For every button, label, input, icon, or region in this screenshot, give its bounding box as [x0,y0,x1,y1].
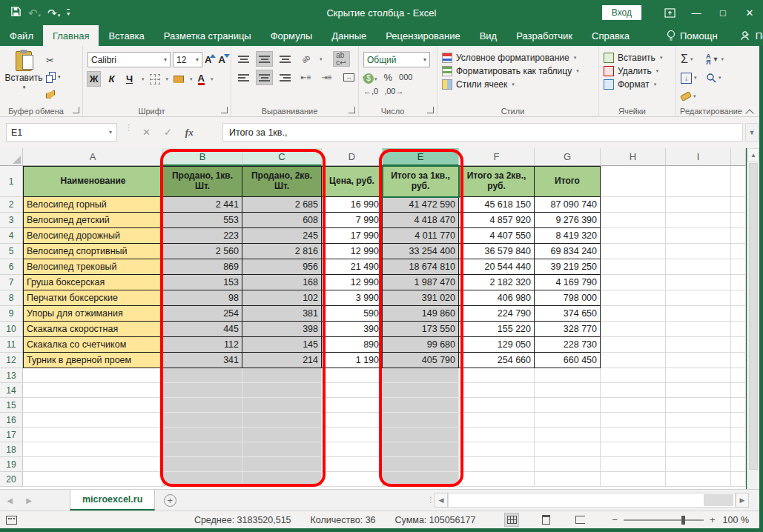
vertical-scrollbar[interactable]: ▲ [747,148,759,489]
cell-F17[interactable] [459,428,535,442]
cell-F19[interactable] [459,457,535,472]
cell-B10[interactable]: 445 [163,322,242,337]
tab-scrollbar-splitter[interactable]: ⋮ [427,490,435,511]
cell-C13[interactable] [242,368,322,383]
cell-B8[interactable]: 98 [163,290,242,306]
close-button[interactable]: ✕ [736,0,763,25]
cell-A14[interactable] [23,383,163,398]
cell-E3[interactable]: 4 418 470 [383,213,459,228]
cell-E9[interactable]: 149 860 [383,306,459,322]
cell-B18[interactable] [163,442,242,457]
cell-B20[interactable] [163,472,242,487]
scroll-right-icon[interactable]: ▶ [736,493,749,508]
zoom-level[interactable]: 100 % [723,515,749,525]
cell-C20[interactable] [242,472,322,487]
cell-A6[interactable]: Велосипед трековый [23,259,163,275]
col-header-C[interactable]: C [242,148,322,166]
cell-E11[interactable]: 99 680 [383,337,459,353]
sign-in-button[interactable]: Вход [602,5,641,20]
cell-C8[interactable]: 102 [242,290,322,306]
sheet-nav-next-icon[interactable]: ▶ [19,490,39,511]
cell-I17[interactable] [666,428,731,442]
new-sheet-button[interactable]: + [155,490,185,511]
cell-C10[interactable]: 398 [242,322,322,337]
font-color-button[interactable]: А [198,73,205,85]
cell-H11[interactable] [601,337,666,353]
cell-H8[interactable] [601,290,666,306]
row-header-14[interactable]: 14 [0,383,23,398]
cell-A15[interactable] [23,398,163,413]
tab-page-layout[interactable]: Разметка страницы [154,25,261,46]
cell-D15[interactable] [322,398,383,413]
cell-G20[interactable] [535,472,601,487]
cell-C1[interactable]: Продано, 2кв. Шт. [242,166,322,197]
tab-data[interactable]: Данные [322,25,376,46]
insert-function-icon[interactable]: fx [185,127,194,139]
normal-view-button[interactable] [505,513,518,526]
cell-E16[interactable] [383,413,459,428]
cell-I15[interactable] [666,398,731,413]
cell-C12[interactable]: 214 [242,353,322,368]
cell-G3[interactable]: 9 276 390 [535,213,601,228]
cut-button[interactable]: ✂ [46,53,61,67]
cell-A17[interactable] [23,428,163,442]
cell-E15[interactable] [383,398,459,413]
cell-D4[interactable]: 17 990 [322,228,383,244]
cell-I13[interactable] [666,368,731,383]
cell-A12[interactable]: Турник в дверной проем [23,353,163,368]
collapse-ribbon-icon[interactable] [744,107,755,114]
cell-E4[interactable]: 4 011 770 [383,228,459,244]
cell-F10[interactable]: 155 220 [459,322,535,337]
cell-F20[interactable] [459,472,535,487]
row-header-19[interactable]: 19 [0,457,23,472]
cell-C19[interactable] [242,457,322,472]
cell-F14[interactable] [459,383,535,398]
cell-G18[interactable] [535,442,601,457]
cell-C2[interactable]: 2 685 [242,197,322,213]
cell-H20[interactable] [601,472,666,487]
col-header-B[interactable]: B [163,148,242,166]
tab-insert[interactable]: Вставка [99,25,153,46]
number-format-combo[interactable]: Общий▾ [363,52,430,67]
decrease-decimal-button[interactable]: ,00→ [384,87,403,96]
cell-D11[interactable]: 890 [322,337,383,353]
save-icon[interactable] [10,6,22,20]
cell-G4[interactable]: 8 419 320 [535,228,601,244]
fill-color-button[interactable] [174,76,184,83]
cell-E17[interactable] [383,428,459,442]
wrap-text-button[interactable]: abc↩ [334,52,349,66]
cell-D8[interactable]: 3 990 [322,290,383,306]
borders-button[interactable] [150,74,160,84]
increase-decimal-button[interactable]: ←,0 [363,87,378,96]
row-header-15[interactable]: 15 [0,398,23,413]
bold-button[interactable]: Ж [87,72,100,86]
cell-C15[interactable] [242,398,322,413]
cell-A20[interactable] [23,472,163,487]
tab-developer[interactable]: Разработчик [506,25,582,46]
cell-G17[interactable] [535,428,601,442]
horizontal-scroll-thumb[interactable] [704,494,733,506]
cell-B7[interactable]: 153 [163,275,242,290]
cell-A2[interactable]: Велосипед горный [23,197,163,213]
tab-home[interactable]: Главная [43,25,99,46]
cell-E14[interactable] [383,383,459,398]
cell-F9[interactable]: 224 790 [459,306,535,322]
merge-center-button[interactable]: ↔ [341,70,357,84]
maximize-button[interactable]: □ [710,0,736,25]
cell-I5[interactable] [666,244,731,259]
row-header-8[interactable]: 8 [0,290,23,306]
format-painter-button[interactable] [46,87,61,101]
copy-button[interactable]: ▾ [46,70,61,84]
cell-G16[interactable] [535,413,601,428]
cell-A1[interactable]: Наименование [23,166,163,197]
clipboard-dialog-launcher[interactable] [73,107,79,113]
cell-F18[interactable] [459,442,535,457]
cell-I12[interactable] [666,353,731,368]
zoom-slider[interactable] [624,519,704,521]
currency-format-button[interactable]: $▾ [363,70,377,84]
cell-E5[interactable]: 33 254 400 [383,244,459,259]
cell-A7[interactable]: Груша боксерская [23,275,163,290]
row-header-9[interactable]: 9 [0,306,23,322]
cell-B17[interactable] [163,428,242,442]
cell-D1[interactable]: Цена, руб. [322,166,383,197]
